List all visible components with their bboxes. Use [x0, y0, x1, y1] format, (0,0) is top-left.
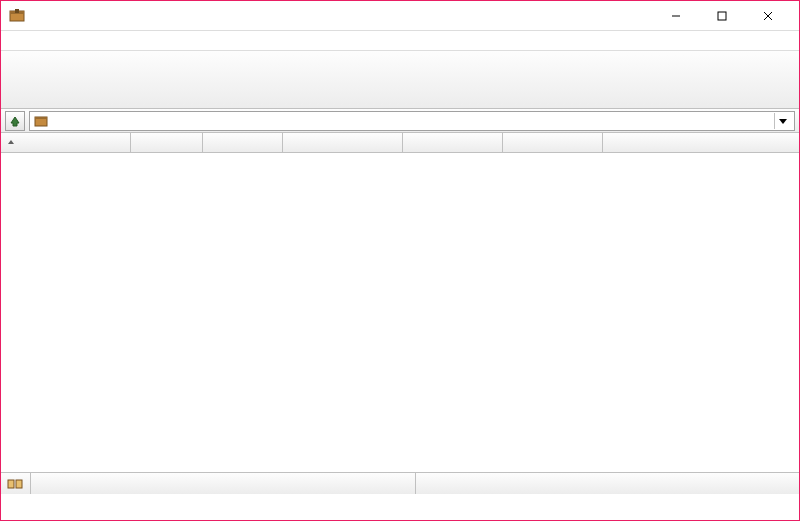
menu-bar [1, 31, 799, 51]
header-packed[interactable] [203, 133, 283, 152]
minimize-button[interactable] [653, 1, 699, 31]
status-left [31, 473, 416, 494]
path-bar [1, 109, 799, 133]
status-bar [1, 472, 799, 494]
archive-icon [34, 114, 48, 128]
up-button[interactable] [5, 111, 25, 131]
header-size[interactable] [131, 133, 203, 152]
svg-rect-8 [35, 117, 47, 119]
path-dropdown-icon[interactable] [774, 113, 790, 129]
svg-rect-2 [15, 9, 19, 13]
archive-path[interactable] [29, 111, 795, 131]
toolbar [1, 51, 799, 109]
title-bar [1, 1, 799, 31]
window-controls [653, 1, 791, 31]
file-list[interactable] [1, 153, 799, 472]
column-headers [1, 133, 799, 153]
status-right [416, 473, 800, 494]
svg-rect-9 [8, 480, 14, 488]
svg-rect-10 [16, 480, 22, 488]
header-modified[interactable] [403, 133, 503, 152]
svg-rect-4 [718, 12, 726, 20]
header-crc[interactable] [503, 133, 603, 152]
header-name[interactable] [1, 133, 131, 152]
maximize-button[interactable] [699, 1, 745, 31]
app-icon [9, 8, 25, 24]
header-type[interactable] [283, 133, 403, 152]
status-icon-section [1, 473, 31, 494]
close-button[interactable] [745, 1, 791, 31]
